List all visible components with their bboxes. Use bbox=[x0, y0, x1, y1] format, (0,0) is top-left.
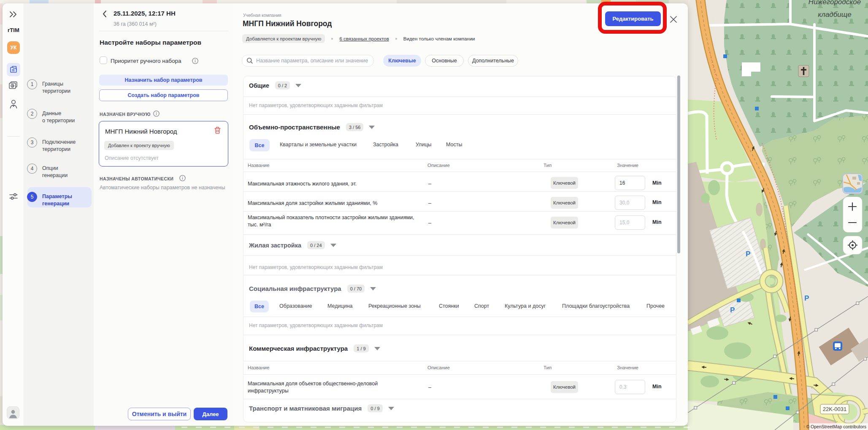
svg-text:22K-0031: 22K-0031 bbox=[823, 406, 846, 412]
svg-text:P: P bbox=[804, 294, 809, 302]
svg-text:P: P bbox=[746, 250, 750, 258]
svg-text:кладбище: кладбище bbox=[818, 11, 851, 19]
svg-text:Нижегородское: Нижегородское bbox=[809, 0, 861, 6]
svg-text:P: P bbox=[730, 306, 735, 314]
svg-text:© OpenStreetMap contributors: © OpenStreetMap contributors bbox=[806, 424, 866, 429]
